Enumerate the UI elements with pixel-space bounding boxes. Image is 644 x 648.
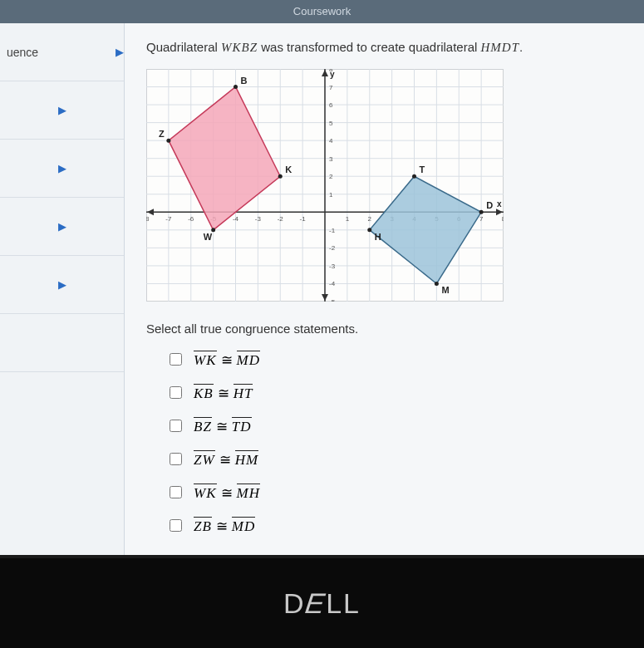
brand-logo: DELL <box>283 587 361 620</box>
svg-point-79 <box>367 228 371 232</box>
segment-rhs: HM <box>235 450 258 469</box>
svg-text:7: 7 <box>479 215 484 223</box>
option-row: BZ≅TD <box>170 417 622 435</box>
segment-rhs: MD <box>237 351 260 369</box>
sidebar-item-3[interactable]: ▶ <box>0 198 124 256</box>
shape1-name: WKBZ <box>221 41 258 54</box>
option-expression: WK≅MD <box>194 351 260 369</box>
congruent-symbol: ≅ <box>216 518 228 534</box>
congruent-symbol: ≅ <box>221 485 233 501</box>
segment-rhs: HT <box>234 384 253 402</box>
content-area: Quadrilateral WKBZ was transformed to cr… <box>125 23 644 555</box>
svg-text:-3: -3 <box>255 215 262 223</box>
svg-text:-6: -6 <box>188 215 194 223</box>
svg-text:-2: -2 <box>329 244 336 252</box>
app-header: Coursework <box>0 0 644 23</box>
svg-text:-4: -4 <box>329 280 336 287</box>
sidebar-item-4[interactable]: ▶ <box>0 256 124 314</box>
svg-text:-7: -7 <box>165 215 172 223</box>
svg-point-76 <box>166 138 170 142</box>
svg-text:-1: -1 <box>300 215 307 223</box>
svg-text:W: W <box>204 231 213 241</box>
graph-svg: -8-7-6-5-4-3-2-112345678-5-4-3-2-1123456… <box>146 69 504 302</box>
svg-point-85 <box>412 174 416 178</box>
header-title: Coursework <box>293 5 351 17</box>
option-checkbox[interactable] <box>170 353 182 366</box>
svg-text:8: 8 <box>502 215 504 223</box>
congruent-symbol: ≅ <box>216 419 228 434</box>
sidebar-item-2[interactable]: ▶ <box>0 140 124 198</box>
option-row: ZB≅MD <box>170 517 622 535</box>
sidebar-item-5[interactable] <box>0 314 124 372</box>
svg-text:M: M <box>441 285 449 295</box>
chevron-right-icon: ▶ <box>116 46 124 58</box>
svg-point-83 <box>479 209 484 214</box>
svg-point-81 <box>435 281 439 285</box>
svg-text:y: y <box>330 70 335 79</box>
segment-lhs: WK <box>194 351 217 369</box>
laptop-bezel: DELL <box>0 555 644 648</box>
option-expression: ZB≅MD <box>194 517 255 535</box>
segment-lhs: BZ <box>194 417 212 435</box>
svg-text:4: 4 <box>329 137 333 145</box>
sidebar: uence ▶ ▶ ▶ ▶ ▶ <box>0 23 125 555</box>
svg-text:H: H <box>375 231 381 241</box>
instruction-text: Select all true congruence statements. <box>146 322 622 336</box>
sidebar-item-label: uence <box>7 46 38 59</box>
svg-text:B: B <box>241 75 248 85</box>
coordinate-graph: -8-7-6-5-4-3-2-112345678-5-4-3-2-1123456… <box>146 69 504 302</box>
svg-point-72 <box>278 174 283 178</box>
option-row: KB≅HT <box>170 384 622 402</box>
segment-rhs: TD <box>232 417 252 435</box>
option-row: WK≅MH <box>170 484 622 502</box>
svg-text:-1: -1 <box>329 226 336 233</box>
option-checkbox[interactable] <box>170 453 182 465</box>
svg-text:5: 5 <box>329 119 333 126</box>
prompt-text: was transformed to create quadrilateral <box>258 40 480 54</box>
congruent-symbol: ≅ <box>219 452 231 468</box>
option-row: ZW≅HM <box>170 450 622 469</box>
option-checkbox[interactable] <box>170 420 182 432</box>
options-list: WK≅MDKB≅HTBZ≅TDZW≅HMWK≅MHZB≅MD <box>170 351 622 535</box>
option-expression: BZ≅TD <box>194 417 252 435</box>
option-expression: WK≅MH <box>194 484 260 502</box>
segment-lhs: WK <box>194 484 217 502</box>
svg-point-74 <box>234 85 238 89</box>
svg-text:T: T <box>420 164 425 174</box>
segment-rhs: MH <box>237 484 260 502</box>
chevron-right-icon: ▶ <box>58 162 66 174</box>
svg-text:6: 6 <box>329 101 333 109</box>
segment-lhs: ZB <box>194 517 212 535</box>
segment-lhs: KB <box>194 384 214 402</box>
svg-text:-5: -5 <box>329 298 336 302</box>
option-expression: KB≅HT <box>194 384 253 402</box>
workspace: uence ▶ ▶ ▶ ▶ ▶ Quadrilateral WKBZ was t… <box>0 23 644 555</box>
chevron-right-icon: ▶ <box>58 220 66 233</box>
chevron-right-icon: ▶ <box>58 278 66 291</box>
svg-text:Z: Z <box>159 129 165 139</box>
option-checkbox[interactable] <box>170 486 182 498</box>
svg-text:K: K <box>285 164 292 174</box>
svg-text:D: D <box>486 200 493 210</box>
svg-text:7: 7 <box>329 83 333 91</box>
segment-lhs: ZW <box>194 450 215 469</box>
svg-text:1: 1 <box>329 190 333 198</box>
svg-text:-4: -4 <box>233 215 239 223</box>
svg-text:2: 2 <box>329 173 333 180</box>
sidebar-item-0[interactable]: uence ▶ <box>0 23 124 81</box>
option-checkbox[interactable] <box>170 386 182 399</box>
sidebar-item-1[interactable]: ▶ <box>0 81 124 140</box>
svg-text:-3: -3 <box>329 262 336 269</box>
svg-text:-2: -2 <box>278 215 284 223</box>
svg-text:2: 2 <box>368 215 372 223</box>
chevron-right-icon: ▶ <box>58 104 66 116</box>
segment-rhs: MD <box>232 517 255 535</box>
option-checkbox[interactable] <box>170 519 182 532</box>
congruent-symbol: ≅ <box>218 385 229 401</box>
prompt-text: Quadrilateral <box>146 40 221 54</box>
svg-text:1: 1 <box>346 215 350 223</box>
svg-text:3: 3 <box>329 155 333 162</box>
option-expression: ZW≅HM <box>194 450 258 469</box>
congruent-symbol: ≅ <box>221 352 233 368</box>
option-row: WK≅MD <box>170 351 622 369</box>
